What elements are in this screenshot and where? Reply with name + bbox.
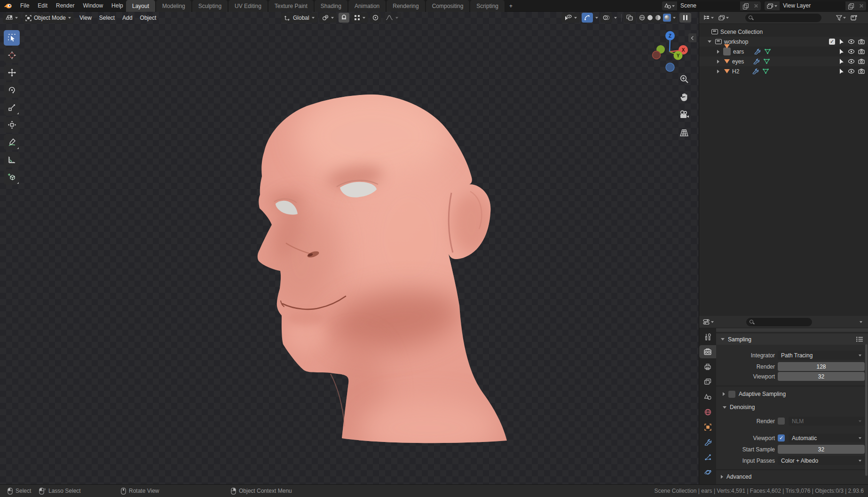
viewport-menu-view[interactable]: View <box>76 15 95 21</box>
scene-icon[interactable] <box>662 1 677 10</box>
adaptive-sampling-checkbox[interactable] <box>728 391 735 398</box>
camera-render-icon[interactable] <box>858 69 865 74</box>
outliner-row-h2[interactable]: H2 <box>699 66 868 76</box>
disclosure-closed-icon[interactable] <box>717 70 719 73</box>
tab-texture-paint[interactable]: Texture Paint <box>268 0 314 12</box>
view-layer-remove-button[interactable] <box>856 1 866 10</box>
eye-icon[interactable] <box>848 39 855 44</box>
presets-icon[interactable] <box>856 336 864 342</box>
render-samples-field[interactable]: 128 <box>778 362 865 371</box>
tab-layout[interactable]: Layout <box>126 0 155 12</box>
adaptive-sampling-header[interactable]: Adaptive Sampling <box>716 389 868 399</box>
show-gizmo-toggle[interactable] <box>582 13 593 23</box>
shading-wireframe-icon[interactable] <box>639 15 645 21</box>
scene-name[interactable]: Scene <box>677 1 740 10</box>
proportional-falloff-dropdown[interactable] <box>383 13 401 23</box>
tab-particles[interactable] <box>699 450 716 464</box>
selectable-icon[interactable] <box>838 68 844 74</box>
selectable-icon[interactable] <box>838 48 844 55</box>
tool-add-cube[interactable] <box>4 169 20 185</box>
outliner-row-scene-collection[interactable]: Scene Collection <box>699 27 868 37</box>
viewport-samples-field[interactable]: 32 <box>778 372 865 381</box>
viewport-menu-object[interactable]: Object <box>136 15 160 21</box>
tool-scale[interactable] <box>4 100 20 115</box>
tab-scripting[interactable]: Scripting <box>470 0 505 12</box>
tab-render[interactable] <box>699 345 716 358</box>
outliner-editor-type-button[interactable] <box>702 14 715 22</box>
tool-measure[interactable] <box>4 152 20 167</box>
shading-solid-icon[interactable] <box>647 15 653 21</box>
gizmo-axis-neg-z[interactable] <box>666 63 674 71</box>
overlays-dropdown-chevron[interactable] <box>614 17 617 19</box>
disclosure-closed-icon[interactable] <box>717 60 719 63</box>
tool-select-box[interactable] <box>4 30 20 46</box>
outliner-display-mode-button[interactable] <box>717 14 730 22</box>
tab-shading[interactable]: Shading <box>315 0 347 12</box>
gizmo-dropdown-chevron[interactable] <box>595 17 598 19</box>
eye-icon[interactable] <box>848 69 855 74</box>
tab-scene[interactable] <box>699 390 716 403</box>
tab-compositing[interactable]: Compositing <box>426 0 470 12</box>
object-visibility-dropdown[interactable] <box>561 13 580 23</box>
tab-tool[interactable] <box>699 330 716 343</box>
viewport-menu-add[interactable]: Add <box>118 15 136 21</box>
advanced-header[interactable]: Advanced <box>716 472 868 481</box>
disclosure-closed-icon[interactable] <box>717 50 719 54</box>
scene-new-copy-button[interactable] <box>740 1 750 10</box>
menu-render[interactable]: Render <box>52 0 79 12</box>
start-sample-field[interactable]: 32 <box>778 445 865 454</box>
pause-render-button[interactable] <box>679 13 691 23</box>
shading-rendered-active-bg[interactable] <box>663 14 671 22</box>
show-overlays-toggle[interactable] <box>600 13 612 23</box>
new-collection-button[interactable] <box>849 14 859 22</box>
sidebar-collapse-button[interactable] <box>688 33 696 42</box>
scene-selector[interactable]: Scene <box>662 1 761 10</box>
denoising-header[interactable]: Denoising <box>716 402 868 412</box>
pivot-point-dropdown[interactable] <box>319 13 337 23</box>
viewport-3d[interactable]: Object Mode View Select Add Object Globa… <box>0 12 699 484</box>
tab-animation[interactable]: Animation <box>348 0 386 12</box>
tab-sculpting[interactable]: Sculpting <box>192 0 228 12</box>
properties-options-chevron[interactable] <box>860 321 862 323</box>
view-layer-icon-seg[interactable] <box>765 1 780 10</box>
properties-editor-type-button[interactable] <box>702 318 715 326</box>
input-passes-dropdown[interactable]: Color + Albedo <box>778 456 865 465</box>
transform-orientation-dropdown[interactable]: Global <box>281 13 317 23</box>
camera-view-button[interactable] <box>678 109 690 121</box>
tab-object[interactable] <box>699 420 716 434</box>
tab-world[interactable] <box>699 405 716 418</box>
tab-view-layer[interactable] <box>699 375 716 388</box>
selectable-icon[interactable] <box>838 58 844 64</box>
gizmo-axis-neg-x[interactable] <box>653 51 661 59</box>
shading-material-icon[interactable] <box>655 15 661 21</box>
properties-search-input[interactable] <box>746 318 812 326</box>
collection-exclude-checkbox[interactable]: ✓ <box>829 39 835 45</box>
outliner-row-ears[interactable]: ears <box>699 47 868 56</box>
shading-dropdown-chevron[interactable] <box>673 17 676 19</box>
eye-icon[interactable] <box>848 59 855 64</box>
xray-toggle[interactable] <box>624 13 635 23</box>
tool-annotate[interactable] <box>4 134 20 150</box>
integrator-dropdown[interactable]: Path Tracing <box>778 351 865 360</box>
snap-toggle[interactable] <box>339 13 349 23</box>
denoise-render-checkbox[interactable] <box>778 418 785 425</box>
tool-cursor[interactable] <box>4 47 20 63</box>
viewport-menu-select[interactable]: Select <box>95 15 118 21</box>
view-layer-copy-button[interactable] <box>845 1 856 10</box>
camera-render-icon[interactable] <box>858 49 865 54</box>
denoise-viewport-checkbox[interactable]: ✓ <box>778 434 785 442</box>
view-layer-selector[interactable]: View Layer <box>765 1 866 10</box>
ortho-toggle-button[interactable] <box>678 126 690 139</box>
snap-target-dropdown[interactable] <box>351 13 368 23</box>
tab-uv-editing[interactable]: UV Editing <box>229 0 268 12</box>
blender-logo-icon[interactable] <box>4 2 12 9</box>
tool-transform[interactable] <box>4 117 20 133</box>
tab-output[interactable] <box>699 360 716 373</box>
denoise-render-dropdown[interactable]: NLM <box>789 417 865 426</box>
camera-render-icon[interactable] <box>858 59 865 64</box>
scene-unlink-button[interactable] <box>750 1 761 10</box>
tab-rendering[interactable]: Rendering <box>387 0 425 12</box>
disclosure-open-icon[interactable] <box>708 40 711 43</box>
tab-modeling[interactable]: Modeling <box>156 0 191 12</box>
outliner-search-input[interactable] <box>745 14 821 22</box>
